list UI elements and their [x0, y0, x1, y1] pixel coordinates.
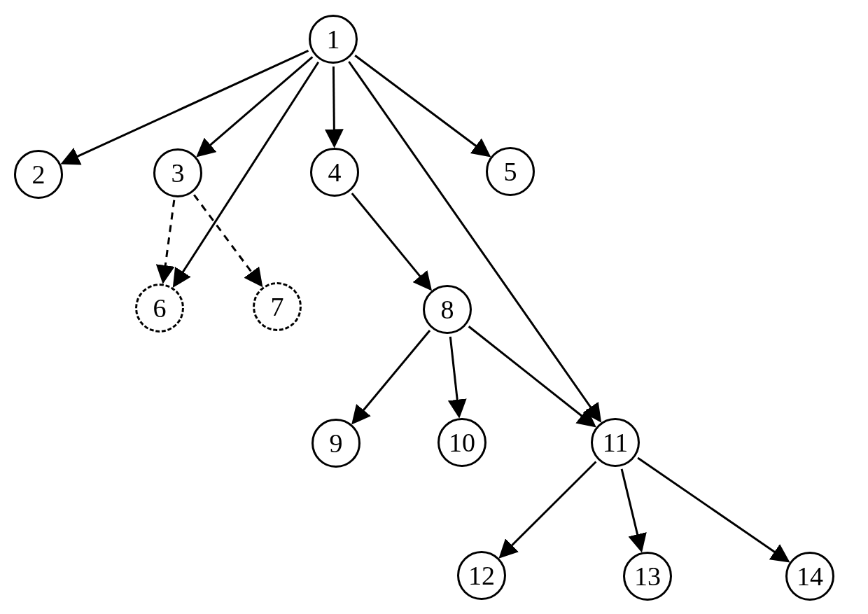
edge-n1-n3 — [199, 57, 313, 155]
edge-n3-n7 — [194, 195, 260, 284]
node-12: 12 — [457, 551, 506, 600]
edge-n11-n12 — [501, 462, 596, 557]
edge-n8-n9 — [354, 330, 430, 422]
edge-n1-n2 — [64, 50, 309, 162]
edge-n11-n14 — [638, 458, 788, 561]
edge-n1-n4 — [333, 67, 334, 145]
edge-n8-n11 — [469, 326, 594, 426]
node-11: 11 — [591, 418, 640, 467]
node-10: 10 — [438, 418, 486, 467]
edge-n11-n13 — [622, 469, 641, 550]
node-6: 6 — [135, 284, 184, 333]
node-5: 5 — [486, 147, 535, 196]
graph-diagram: 1234567891011121314 — [0, 0, 868, 614]
node-14: 14 — [785, 552, 834, 601]
node-label: 7 — [271, 291, 284, 322]
node-4: 4 — [310, 148, 359, 197]
node-label: 9 — [330, 428, 343, 459]
node-2: 2 — [14, 150, 63, 199]
edge-n1-n5 — [355, 55, 489, 155]
node-13: 13 — [623, 552, 672, 601]
node-9: 9 — [312, 419, 360, 468]
node-label: 12 — [468, 560, 495, 591]
node-label: 8 — [441, 294, 454, 325]
node-3: 3 — [153, 148, 202, 197]
node-label: 5 — [504, 156, 517, 187]
node-label: 3 — [172, 158, 185, 188]
node-label: 13 — [634, 561, 661, 592]
node-label: 11 — [603, 427, 629, 458]
node-8: 8 — [423, 285, 472, 334]
edge-n8-n10 — [450, 337, 458, 415]
node-7: 7 — [253, 282, 302, 331]
edge-n4-n8 — [352, 193, 430, 288]
node-label: 6 — [153, 293, 167, 323]
node-label: 10 — [449, 427, 475, 458]
node-label: 14 — [797, 561, 823, 592]
node-label: 4 — [328, 157, 342, 188]
node-label: 2 — [32, 159, 46, 190]
edge-n1-n11 — [349, 62, 599, 420]
node-1: 1 — [309, 15, 358, 64]
node-label: 1 — [327, 24, 340, 55]
edge-n3-n6 — [163, 200, 174, 281]
